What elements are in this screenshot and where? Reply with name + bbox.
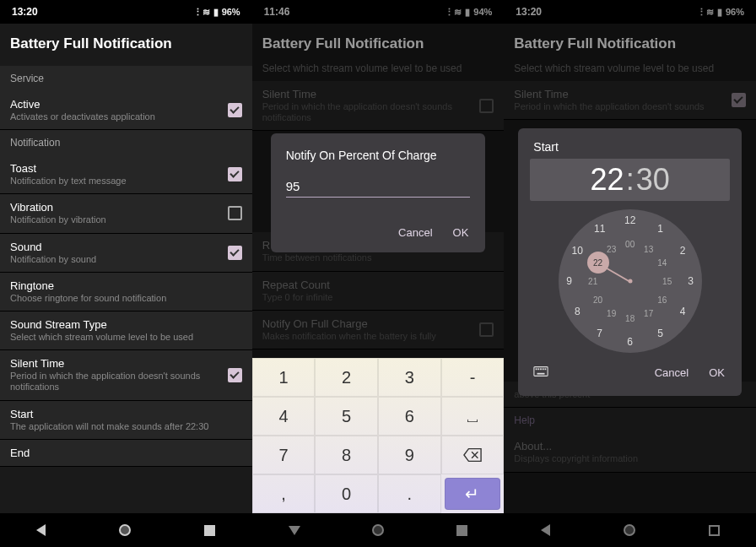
item-sound[interactable]: SoundNotification by sound (0, 234, 252, 273)
key-minus[interactable]: - (441, 358, 505, 397)
clock-hour-1[interactable]: 1 (657, 223, 663, 235)
percent-input[interactable] (286, 177, 471, 198)
svg-rect-4 (543, 368, 544, 370)
clock-hour-21[interactable]: 21 (588, 277, 597, 286)
key-6[interactable]: 6 (378, 397, 441, 436)
clock-hour-19[interactable]: 19 (607, 309, 616, 318)
time-display[interactable]: 22:30 (530, 159, 730, 201)
item-toast[interactable]: ToastNotification by text message (0, 155, 252, 194)
clock-hour-18[interactable]: 18 (625, 314, 634, 323)
clock-hour-4[interactable]: 4 (680, 306, 686, 317)
clock-hour-13[interactable]: 13 (644, 244, 653, 253)
clock-hour-16[interactable]: 16 (657, 295, 667, 305)
clock-hour-7[interactable]: 7 (597, 328, 602, 339)
time-picker-dialog: Start 22:30 1200113214315416517618719820… (518, 128, 742, 396)
clock-hour-23[interactable]: 23 (607, 244, 616, 253)
clock-hour-00[interactable]: 00 (625, 240, 634, 249)
time-picker-title: Start (530, 140, 730, 154)
status-bar: 13:20 ⋮≋ ▮ 96% (0, 0, 252, 24)
key-space[interactable]: ⎵ (441, 397, 505, 436)
dialog-title: Notify On Percent Of Charge (286, 149, 471, 162)
checkbox-vibration[interactable] (228, 206, 242, 220)
percent-dialog: Notify On Percent Of Charge Cancel OK (271, 133, 486, 252)
key-backspace[interactable] (441, 436, 505, 474)
page-title: Battery Full Notification (0, 24, 252, 66)
clock-selected[interactable]: 22 (587, 252, 609, 274)
item-stream[interactable]: Sound Stream TypeSelect which stream vol… (0, 311, 252, 350)
item-vibration[interactable]: VibrationNotification by vibration (0, 194, 252, 233)
svg-rect-3 (540, 368, 542, 370)
key-comma[interactable]: , (252, 474, 316, 513)
key-7[interactable]: 7 (252, 436, 316, 474)
section-notification: Notification (0, 130, 252, 155)
screen-settings-list: 13:20 ⋮≋ ▮ 96% Battery Full Notification… (0, 0, 252, 547)
clock-hour-10[interactable]: 10 (572, 245, 583, 257)
ok-button[interactable]: OK (707, 361, 726, 384)
clock-hour-3[interactable]: 3 (688, 275, 694, 287)
checkbox-toast[interactable] (228, 167, 242, 181)
checkbox-active[interactable] (228, 103, 242, 117)
screen-time-picker: 13:20 ⋮≋ ▮ 96% Battery Full Notification… (504, 0, 756, 547)
key-3[interactable]: 3 (378, 358, 441, 397)
nav-home-icon[interactable] (119, 524, 131, 536)
item-active[interactable]: ActiveActivates or deactivates applicati… (0, 91, 252, 130)
clock-hour-9[interactable]: 9 (566, 275, 572, 287)
time-hour[interactable]: 22 (591, 162, 624, 197)
key-9[interactable]: 9 (378, 436, 441, 474)
item-start[interactable]: StartThe application will not make sound… (0, 401, 252, 440)
clock-hour-11[interactable]: 11 (594, 223, 605, 235)
cancel-button[interactable]: Cancel (653, 361, 690, 384)
item-end[interactable]: End (0, 440, 252, 467)
nav-recent-icon[interactable] (204, 525, 215, 536)
numeric-keypad: 1 2 3 - 4 5 6 ⎵ 7 8 9 , 0 . ↵ (252, 358, 505, 513)
clock-hour-20[interactable]: 20 (593, 295, 602, 305)
key-2[interactable]: 2 (315, 358, 378, 397)
nav-back-icon[interactable] (36, 524, 46, 536)
key-8[interactable]: 8 (315, 436, 378, 474)
clock-hour-17[interactable]: 17 (644, 309, 653, 318)
svg-rect-6 (537, 372, 545, 374)
item-silent[interactable]: Silent TimePeriod in which the applicati… (0, 350, 252, 400)
key-4[interactable]: 4 (252, 397, 316, 436)
key-enter[interactable]: ↵ (445, 478, 501, 510)
svg-rect-0 (534, 366, 548, 376)
battery-percent: 96% (222, 7, 240, 17)
section-service: Service (0, 66, 252, 91)
clock-hour-2[interactable]: 2 (680, 245, 686, 257)
clock-face[interactable]: 120011321431541651761871982092110221123 (559, 209, 702, 353)
svg-rect-2 (538, 368, 540, 370)
item-ringtone[interactable]: RingtoneChoose ringtone for sound notifi… (0, 273, 252, 311)
time-minute[interactable]: 30 (636, 162, 670, 197)
clock-hour-5[interactable]: 5 (657, 328, 663, 339)
key-1[interactable]: 1 (252, 358, 316, 397)
checkbox-sound[interactable] (228, 246, 242, 260)
clock-hour-12[interactable]: 12 (624, 214, 635, 226)
svg-rect-1 (536, 368, 537, 370)
checkbox-silent[interactable] (228, 368, 242, 382)
status-right: ⋮≋ ▮ 96% (193, 7, 240, 18)
svg-rect-5 (545, 368, 547, 370)
battery-icon: ▮ (213, 7, 219, 18)
keyboard-icon[interactable] (533, 366, 548, 381)
wifi-icon: ⋮≋ (193, 7, 210, 18)
nav-bar (0, 513, 252, 547)
status-time: 13:20 (12, 6, 38, 18)
ok-button[interactable]: OK (451, 221, 471, 244)
clock-hour-6[interactable]: 6 (627, 336, 633, 348)
key-5[interactable]: 5 (315, 397, 378, 436)
cancel-button[interactable]: Cancel (397, 221, 434, 244)
clock-hour-8[interactable]: 8 (575, 306, 580, 317)
clock-hour-14[interactable]: 14 (657, 258, 667, 268)
key-0[interactable]: 0 (315, 474, 378, 513)
clock-hour-15[interactable]: 15 (662, 277, 672, 286)
screen-percent-dialog: 11:46 ⋮≋ ▮ 94% Battery Full Notification… (252, 0, 505, 547)
key-dot[interactable]: . (378, 474, 441, 513)
